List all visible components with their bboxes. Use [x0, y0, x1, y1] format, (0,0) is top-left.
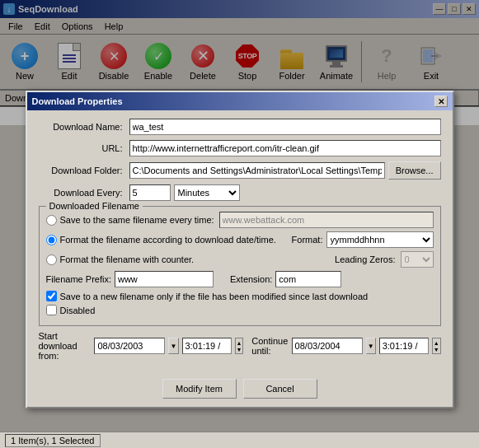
filename-group-title: Downloaded Filename [46, 201, 143, 211]
dialog-body: Download Name: URL: Download Folder: Bro… [27, 110, 453, 374]
radio2-section: Format the filename according to downloa… [46, 231, 434, 248]
ext-input[interactable] [275, 271, 341, 287]
radio-counter[interactable] [46, 254, 57, 265]
status-panel: 1 Item(s), 1 Selected [5, 434, 101, 447]
dialog-title-text: Download Properties [32, 96, 123, 106]
radio1-label: Save to the same filename every time: [60, 215, 214, 225]
radio3-row: Format the filename with counter. Leadin… [46, 251, 434, 268]
check2-label: Disabled [60, 306, 96, 315]
datetime-row: Start download from: ▼ ▲▼ Continue until… [39, 331, 441, 361]
prefix-input[interactable] [115, 271, 214, 287]
download-name-input[interactable] [129, 119, 441, 135]
folder-input[interactable] [129, 162, 385, 179]
end-time-input[interactable] [379, 338, 429, 354]
end-date-input[interactable] [292, 338, 363, 354]
disabled-checkbox[interactable] [46, 305, 57, 315]
check1-label: Save to a new filename only if the file … [60, 292, 369, 301]
download-every-unit-select[interactable]: Minutes Hours Days [174, 184, 240, 201]
download-name-label: Download Name: [39, 122, 129, 132]
folder-row: Download Folder: Browse... [39, 161, 441, 180]
radio2-label: Format the filename according to downloa… [60, 235, 276, 245]
download-every-label: Download Every: [39, 188, 129, 198]
status-bar: 1 Item(s), 1 Selected [0, 432, 479, 448]
filename-groupbox: Downloaded Filename Save to the same fil… [39, 206, 441, 326]
modify-button[interactable]: Modify Item [162, 379, 237, 399]
url-row: URL: [39, 140, 441, 156]
ext-label: Extension: [230, 274, 272, 284]
start-date-dropdown[interactable]: ▼ [168, 338, 178, 354]
end-time-spin[interactable]: ▲▼ [432, 338, 441, 354]
same-filename-input[interactable] [219, 212, 434, 228]
download-properties-dialog: Download Properties ✕ Download Name: URL… [26, 91, 454, 408]
url-input[interactable] [129, 140, 441, 156]
prefix-ext-row: Filename Prefix: Extension: [46, 271, 434, 287]
start-time-spin[interactable]: ▲▼ [235, 338, 244, 354]
download-every-num-input[interactable] [129, 184, 171, 201]
dialog-title-bar: Download Properties ✕ [27, 92, 453, 110]
check2-row: Disabled [46, 305, 434, 315]
radio1-row: Save to the same filename every time: [46, 212, 434, 228]
leading-zeros-select[interactable]: 0123 [401, 251, 434, 268]
prefix-label: Filename Prefix: [46, 274, 111, 284]
radio2-row: Format the filename according to downloa… [46, 231, 434, 248]
start-label: Start download from: [39, 331, 92, 361]
radio-format-date[interactable] [46, 235, 57, 245]
cancel-button[interactable]: Cancel [243, 379, 317, 399]
leading-zeros-label: Leading Zeros: [335, 254, 395, 264]
download-every-row: Download Every: Minutes Hours Days [39, 184, 441, 201]
radio3-label: Format the filename with counter. [60, 254, 195, 264]
format-label: Format: [292, 235, 323, 245]
end-date-dropdown[interactable]: ▼ [366, 338, 376, 354]
format-select[interactable]: yymmddhhnn yyyymmddhhnn mmddyy [326, 231, 434, 248]
url-label: URL: [39, 143, 129, 153]
browse-button[interactable]: Browse... [388, 161, 441, 180]
continue-label: Continue until: [251, 336, 288, 356]
dialog-close-button[interactable]: ✕ [434, 96, 448, 107]
start-time-input[interactable] [182, 338, 232, 354]
modal-overlay: Download Properties ✕ Download Name: URL… [0, 0, 479, 448]
radio-same-filename[interactable] [46, 215, 57, 226]
check1-row: Save to a new filename only if the file … [46, 291, 434, 301]
start-date-input[interactable] [94, 338, 165, 354]
dialog-footer: Modify Item Cancel [27, 374, 453, 407]
folder-label: Download Folder: [39, 166, 129, 175]
check-modified-checkbox[interactable] [46, 291, 57, 301]
status-text: 1 Item(s), 1 Selected [11, 436, 95, 446]
download-name-row: Download Name: [39, 119, 441, 135]
